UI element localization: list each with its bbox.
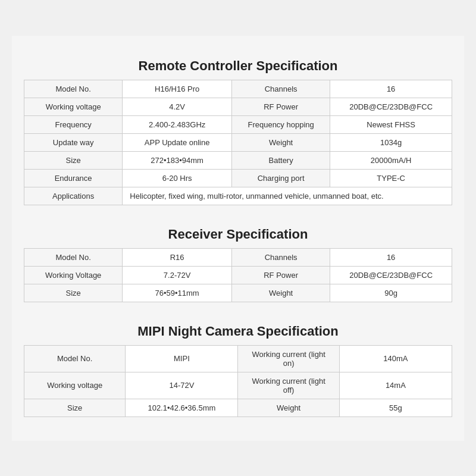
table-row: Update wayAPP Update onlineWeight1034g xyxy=(24,133,452,151)
table-row: Model No.R16Channels16 xyxy=(24,248,452,266)
cell-label: Model No. xyxy=(24,345,126,372)
camera-title: MIPI Night Camera Specification xyxy=(24,324,452,339)
cell-value: H16/H16 Pro xyxy=(123,80,232,98)
cell-label: Endurance xyxy=(24,169,123,187)
cell-value: MIPI xyxy=(126,345,238,372)
remote-controller-title: Remote Controller Specification xyxy=(24,58,452,74)
page: Remote Controller Specification Model No… xyxy=(12,36,464,441)
cell-label: RF Power xyxy=(231,266,330,284)
cell-value: 90g xyxy=(330,284,452,302)
cell-label: Frequency xyxy=(24,115,123,133)
table-row: Working voltage4.2VRF Power20DB@CE/23DB@… xyxy=(24,98,452,115)
cell-label: Working voltage xyxy=(24,372,126,399)
table-row: Endurance6-20 HrsCharging portTYPE-C xyxy=(24,169,452,187)
cell-label: Channels xyxy=(231,80,330,98)
cell-value: 102.1•42.6•36.5mm xyxy=(126,399,238,416)
table-row: Model No.H16/H16 ProChannels16 xyxy=(24,80,452,98)
cell-value: 16 xyxy=(330,80,452,98)
applications-row: Applications Helicopter, fixed wing, mul… xyxy=(24,187,452,205)
table-row: Size272•183•94mmBattery20000mA/H xyxy=(24,151,452,169)
table-row: Model No.MIPIWorking current (light on)1… xyxy=(24,345,452,372)
cell-value: TYPE-C xyxy=(330,169,452,187)
cell-value: Newest FHSS xyxy=(330,115,452,133)
cell-label: Weight xyxy=(231,133,330,151)
camera-table: Model No.MIPIWorking current (light on)1… xyxy=(24,345,452,417)
cell-value: R16 xyxy=(123,248,232,266)
cell-value: 6-20 Hrs xyxy=(123,169,232,187)
cell-label: Weight xyxy=(238,399,339,416)
table-row: Frequency2.400-2.483GHzFrequency hopping… xyxy=(24,115,452,133)
cell-label: Working voltage xyxy=(24,98,123,115)
cell-value: 7.2-72V xyxy=(123,266,232,284)
cell-label: Working current (light off) xyxy=(238,372,339,399)
cell-label: Charging port xyxy=(231,169,330,187)
cell-value: 16 xyxy=(330,248,452,266)
cell-value: 14-72V xyxy=(126,372,238,399)
table-row: Working voltage14-72VWorking current (li… xyxy=(24,372,452,399)
cell-value: 272•183•94mm xyxy=(123,151,232,169)
cell-label: Frequency hopping xyxy=(231,115,330,133)
cell-label: Model No. xyxy=(24,248,123,266)
cell-label: Weight xyxy=(231,284,330,302)
cell-value: 14mA xyxy=(339,372,452,399)
applications-label: Applications xyxy=(24,187,123,205)
receiver-title: Receiver Specification xyxy=(24,227,452,242)
cell-value: 20DB@CE/23DB@FCC xyxy=(330,98,452,115)
cell-value: 76•59•11mm xyxy=(123,284,232,302)
cell-label: Working current (light on) xyxy=(238,345,339,372)
table-row: Size102.1•42.6•36.5mmWeight55g xyxy=(24,399,452,416)
receiver-table: Model No.R16Channels16Working Voltage7.2… xyxy=(24,248,452,302)
table-row: Working Voltage7.2-72VRF Power20DB@CE/23… xyxy=(24,266,452,284)
cell-value: 1034g xyxy=(330,133,452,151)
cell-value: 2.400-2.483GHz xyxy=(123,115,232,133)
cell-label: Update way xyxy=(24,133,123,151)
cell-label: Working Voltage xyxy=(24,266,123,284)
cell-value: 55g xyxy=(339,399,452,416)
table-row: Size76•59•11mmWeight90g xyxy=(24,284,452,302)
cell-value: 140mA xyxy=(339,345,452,372)
cell-label: Size xyxy=(24,151,123,169)
cell-value: 20000mA/H xyxy=(330,151,452,169)
cell-value: 4.2V xyxy=(123,98,232,115)
applications-value: Helicopter, fixed wing, multi-rotor, unm… xyxy=(123,187,452,205)
cell-value: APP Update online xyxy=(123,133,232,151)
remote-controller-table: Model No.H16/H16 ProChannels16Working vo… xyxy=(24,80,452,205)
cell-label: RF Power xyxy=(231,98,330,115)
cell-label: Size xyxy=(24,284,123,302)
cell-label: Model No. xyxy=(24,80,123,98)
cell-label: Channels xyxy=(231,248,330,266)
cell-value: 20DB@CE/23DB@FCC xyxy=(330,266,452,284)
cell-label: Battery xyxy=(231,151,330,169)
cell-label: Size xyxy=(24,399,126,416)
